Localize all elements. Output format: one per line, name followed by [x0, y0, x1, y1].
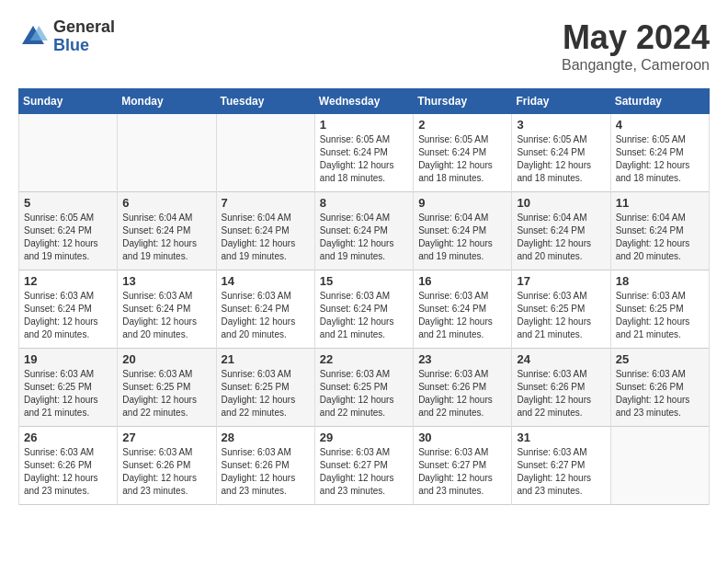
day-info: Sunrise: 6:03 AM Sunset: 6:25 PM Dayligh…: [222, 368, 310, 419]
calendar-day-cell: 25Sunrise: 6:03 AM Sunset: 6:26 PM Dayli…: [610, 349, 709, 427]
calendar-day-cell: 7Sunrise: 6:04 AM Sunset: 6:24 PM Daylig…: [216, 192, 314, 270]
calendar-day-cell: 4Sunrise: 6:05 AM Sunset: 6:24 PM Daylig…: [610, 114, 709, 192]
calendar-day-cell: 1Sunrise: 6:05 AM Sunset: 6:24 PM Daylig…: [314, 114, 413, 192]
calendar-day-cell: 30Sunrise: 6:03 AM Sunset: 6:27 PM Dayli…: [414, 427, 512, 505]
logo-general-text: General: [53, 18, 115, 37]
day-number: 16: [418, 274, 506, 288]
logo-text: General Blue: [53, 18, 115, 55]
calendar-day-cell: 2Sunrise: 6:05 AM Sunset: 6:24 PM Daylig…: [414, 114, 512, 192]
day-number: 31: [517, 431, 605, 444]
calendar-week-row: 26Sunrise: 6:03 AM Sunset: 6:26 PM Dayli…: [19, 427, 710, 505]
day-number: 6: [122, 196, 210, 210]
header-day: Sunday: [19, 89, 118, 114]
calendar-day-cell: 16Sunrise: 6:03 AM Sunset: 6:24 PM Dayli…: [414, 270, 512, 349]
day-info: Sunrise: 6:03 AM Sunset: 6:24 PM Dayligh…: [418, 290, 506, 341]
day-info: Sunrise: 6:03 AM Sunset: 6:25 PM Dayligh…: [616, 290, 704, 341]
calendar-day-cell: 19Sunrise: 6:03 AM Sunset: 6:25 PM Dayli…: [19, 349, 118, 427]
calendar-table: SundayMondayTuesdayWednesdayThursdayFrid…: [18, 88, 710, 505]
day-number: 15: [320, 274, 408, 288]
day-info: Sunrise: 6:03 AM Sunset: 6:25 PM Dayligh…: [320, 368, 408, 419]
header-day: Tuesday: [216, 89, 314, 114]
calendar-day-cell: 15Sunrise: 6:03 AM Sunset: 6:24 PM Dayli…: [314, 270, 413, 349]
day-number: 18: [616, 274, 704, 288]
day-number: 28: [222, 431, 310, 444]
day-number: 27: [122, 431, 210, 444]
calendar-day-cell: 27Sunrise: 6:03 AM Sunset: 6:26 PM Dayli…: [118, 427, 216, 505]
day-info: Sunrise: 6:03 AM Sunset: 6:26 PM Dayligh…: [616, 368, 704, 419]
day-number: 4: [616, 118, 704, 132]
calendar-week-row: 5Sunrise: 6:05 AM Sunset: 6:24 PM Daylig…: [19, 192, 710, 270]
day-number: 9: [418, 196, 506, 210]
day-info: Sunrise: 6:03 AM Sunset: 6:26 PM Dayligh…: [24, 446, 112, 498]
calendar-day-cell: 17Sunrise: 6:03 AM Sunset: 6:25 PM Dayli…: [512, 270, 610, 349]
calendar-day-cell: [216, 114, 314, 192]
day-number: 5: [24, 196, 112, 210]
header-day: Friday: [512, 89, 610, 114]
day-info: Sunrise: 6:04 AM Sunset: 6:24 PM Dayligh…: [418, 212, 506, 263]
calendar-day-cell: 10Sunrise: 6:04 AM Sunset: 6:24 PM Dayli…: [512, 192, 610, 270]
calendar-day-cell: 3Sunrise: 6:05 AM Sunset: 6:24 PM Daylig…: [512, 114, 610, 192]
day-info: Sunrise: 6:05 AM Sunset: 6:24 PM Dayligh…: [517, 133, 605, 185]
calendar-day-cell: 24Sunrise: 6:03 AM Sunset: 6:26 PM Dayli…: [512, 349, 610, 427]
calendar-day-cell: 6Sunrise: 6:04 AM Sunset: 6:24 PM Daylig…: [118, 192, 216, 270]
day-number: 22: [320, 352, 408, 366]
header-day: Wednesday: [314, 89, 413, 114]
calendar-day-cell: [118, 114, 216, 192]
day-info: Sunrise: 6:03 AM Sunset: 6:27 PM Dayligh…: [418, 446, 506, 498]
day-info: Sunrise: 6:03 AM Sunset: 6:27 PM Dayligh…: [517, 446, 605, 498]
day-info: Sunrise: 6:04 AM Sunset: 6:24 PM Dayligh…: [616, 212, 704, 263]
day-number: 12: [24, 274, 112, 288]
calendar-day-cell: 23Sunrise: 6:03 AM Sunset: 6:26 PM Dayli…: [414, 349, 512, 427]
day-info: Sunrise: 6:03 AM Sunset: 6:26 PM Dayligh…: [122, 446, 210, 498]
day-number: 23: [418, 352, 506, 366]
calendar-day-cell: 21Sunrise: 6:03 AM Sunset: 6:25 PM Dayli…: [216, 349, 314, 427]
calendar-day-cell: 26Sunrise: 6:03 AM Sunset: 6:26 PM Dayli…: [19, 427, 118, 505]
calendar-day-cell: 28Sunrise: 6:03 AM Sunset: 6:26 PM Dayli…: [216, 427, 314, 505]
day-number: 30: [418, 431, 506, 444]
day-number: 20: [122, 352, 210, 366]
day-number: 8: [320, 196, 408, 210]
calendar-week-row: 19Sunrise: 6:03 AM Sunset: 6:25 PM Dayli…: [19, 349, 710, 427]
calendar-day-cell: 29Sunrise: 6:03 AM Sunset: 6:27 PM Dayli…: [314, 427, 413, 505]
title-block: May 2024 Bangangte, Cameroon: [562, 18, 710, 74]
day-number: 21: [222, 352, 310, 366]
calendar-day-cell: 12Sunrise: 6:03 AM Sunset: 6:24 PM Dayli…: [19, 270, 118, 349]
day-info: Sunrise: 6:03 AM Sunset: 6:26 PM Dayligh…: [517, 368, 605, 419]
day-info: Sunrise: 6:03 AM Sunset: 6:26 PM Dayligh…: [418, 368, 506, 419]
calendar-day-cell: 13Sunrise: 6:03 AM Sunset: 6:24 PM Dayli…: [118, 270, 216, 349]
day-number: 7: [222, 196, 310, 210]
day-number: 14: [222, 274, 310, 288]
day-info: Sunrise: 6:03 AM Sunset: 6:25 PM Dayligh…: [517, 290, 605, 341]
month-title: May 2024: [562, 18, 710, 57]
calendar-day-cell: 18Sunrise: 6:03 AM Sunset: 6:25 PM Dayli…: [610, 270, 709, 349]
day-info: Sunrise: 6:03 AM Sunset: 6:25 PM Dayligh…: [24, 368, 112, 419]
day-number: 1: [320, 118, 408, 132]
logo: General Blue: [18, 18, 115, 55]
calendar-day-cell: 8Sunrise: 6:04 AM Sunset: 6:24 PM Daylig…: [314, 192, 413, 270]
day-number: 13: [122, 274, 210, 288]
day-info: Sunrise: 6:04 AM Sunset: 6:24 PM Dayligh…: [122, 212, 210, 263]
day-info: Sunrise: 6:05 AM Sunset: 6:24 PM Dayligh…: [24, 212, 112, 263]
day-info: Sunrise: 6:05 AM Sunset: 6:24 PM Dayligh…: [418, 133, 506, 185]
day-info: Sunrise: 6:04 AM Sunset: 6:24 PM Dayligh…: [222, 212, 310, 263]
logo-icon: [18, 22, 48, 52]
calendar-day-cell: [610, 427, 709, 505]
day-info: Sunrise: 6:03 AM Sunset: 6:24 PM Dayligh…: [222, 290, 310, 341]
location-subtitle: Bangangte, Cameroon: [562, 57, 710, 74]
day-number: 10: [517, 196, 605, 210]
day-number: 24: [517, 352, 605, 366]
calendar-day-cell: 22Sunrise: 6:03 AM Sunset: 6:25 PM Dayli…: [314, 349, 413, 427]
calendar-day-cell: 11Sunrise: 6:04 AM Sunset: 6:24 PM Dayli…: [610, 192, 709, 270]
day-info: Sunrise: 6:04 AM Sunset: 6:24 PM Dayligh…: [320, 212, 408, 263]
day-info: Sunrise: 6:03 AM Sunset: 6:27 PM Dayligh…: [320, 446, 408, 498]
day-number: 19: [24, 352, 112, 366]
day-info: Sunrise: 6:03 AM Sunset: 6:26 PM Dayligh…: [222, 446, 310, 498]
day-info: Sunrise: 6:03 AM Sunset: 6:24 PM Dayligh…: [320, 290, 408, 341]
calendar-header-row: SundayMondayTuesdayWednesdayThursdayFrid…: [19, 89, 710, 114]
calendar-week-row: 1Sunrise: 6:05 AM Sunset: 6:24 PM Daylig…: [19, 114, 710, 192]
day-number: 26: [24, 431, 112, 444]
day-number: 3: [517, 118, 605, 132]
header-day: Saturday: [610, 89, 709, 114]
day-info: Sunrise: 6:05 AM Sunset: 6:24 PM Dayligh…: [616, 133, 704, 185]
logo-blue-text: Blue: [53, 37, 115, 55]
